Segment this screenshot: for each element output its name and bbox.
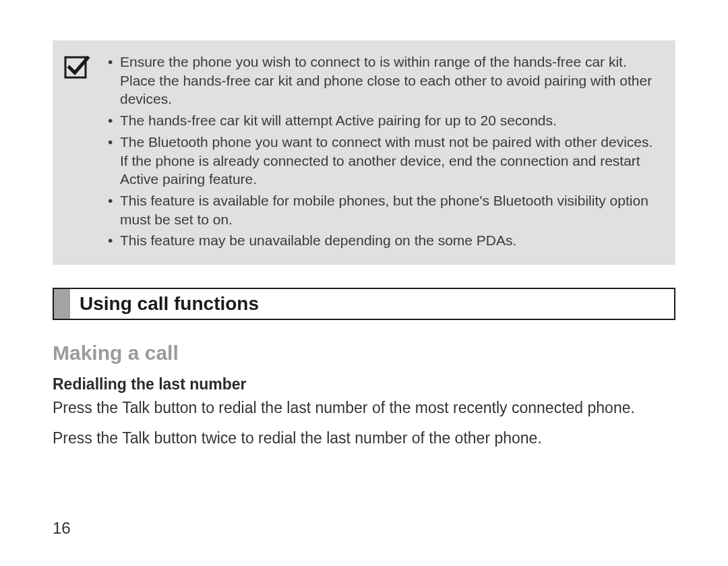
note-item-text: Ensure the phone you wish to connect to …: [120, 54, 652, 106]
bullet-icon: •: [108, 111, 113, 130]
note-item: •The hands-free car kit will attempt Act…: [105, 111, 662, 130]
note-box: •Ensure the phone you wish to connect to…: [53, 40, 675, 265]
section-heading: Using call functions: [53, 288, 675, 320]
note-item-text: This feature may be unavailable dependin…: [120, 232, 516, 248]
note-item-text: This feature is available for mobile pho…: [120, 193, 648, 227]
bullet-icon: •: [108, 231, 113, 250]
section-heading-text: Using call functions: [70, 289, 268, 319]
checkbox-icon: [63, 54, 90, 81]
bullet-icon: •: [108, 191, 113, 210]
note-item-text: The Bluetooth phone you want to connect …: [120, 134, 653, 187]
note-item: •This feature may be unavailable dependi…: [105, 231, 662, 250]
note-item: •Ensure the phone you wish to connect to…: [105, 53, 662, 108]
note-item: •This feature is available for mobile ph…: [105, 191, 662, 228]
section-heading-accent: [54, 289, 70, 319]
body-paragraph: Press the Talk button twice to redial th…: [53, 428, 675, 449]
bullet-icon: •: [108, 133, 113, 152]
subheading: Making a call: [53, 342, 675, 365]
note-item-text: The hands-free car kit will attempt Acti…: [120, 113, 557, 128]
bullet-icon: •: [108, 53, 113, 71]
subsubheading: Redialling the last number: [53, 375, 675, 394]
document-page: •Ensure the phone you wish to connect to…: [0, 0, 728, 566]
note-item: •The Bluetooth phone you want to connect…: [105, 133, 662, 189]
body-paragraph: Press the Talk button to redial the last…: [53, 398, 675, 418]
note-list: •Ensure the phone you wish to connect to…: [105, 53, 662, 253]
page-number: 16: [53, 519, 71, 538]
